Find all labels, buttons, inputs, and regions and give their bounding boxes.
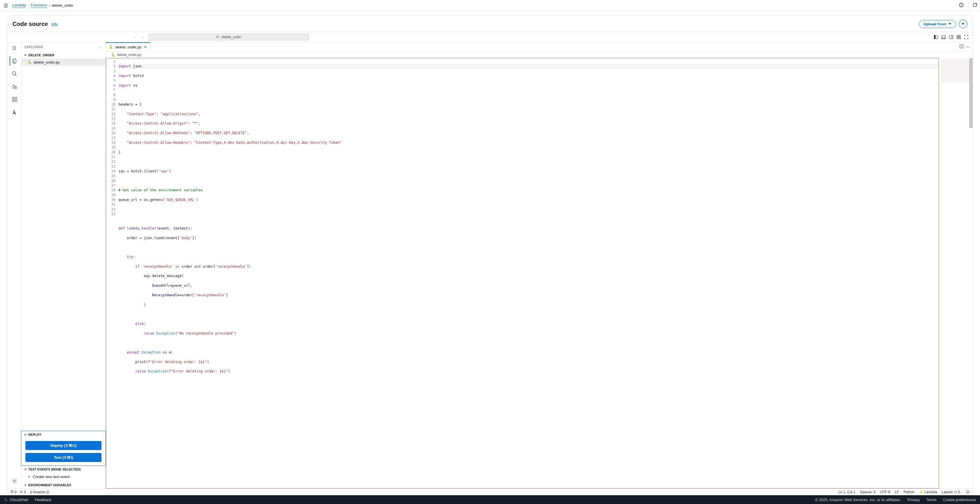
- svg-rect-15: [957, 37, 958, 39]
- deploy-button[interactable]: Deploy (⇧⌘U): [25, 441, 102, 450]
- python-file-icon: 🐍: [109, 45, 113, 49]
- svg-rect-21: [12, 97, 14, 99]
- explorer-title: EXPLORER: [25, 45, 43, 49]
- svg-rect-9: [942, 35, 945, 39]
- svg-marker-3: [948, 23, 951, 25]
- status-layout[interactable]: Layout: U.S.: [942, 490, 961, 494]
- feedback-link[interactable]: Feedback: [35, 498, 51, 502]
- breadcrumb-lambda[interactable]: Lambda: [12, 3, 26, 8]
- notifications-bell-icon[interactable]: [966, 490, 970, 494]
- layout-customize-icon[interactable]: [956, 35, 961, 40]
- svg-point-25: [14, 480, 15, 482]
- svg-rect-24: [15, 97, 17, 99]
- svg-rect-14: [959, 35, 961, 37]
- run-debug-icon[interactable]: [10, 82, 19, 91]
- svg-point-2: [961, 4, 962, 5]
- status-spaces[interactable]: Spaces: 4: [860, 490, 875, 494]
- layout-panel-bottom-icon[interactable]: [941, 35, 946, 40]
- editor-toolbar: ← → delete_order: [7, 32, 973, 42]
- deploy-section: DEPLOY Deploy (⇧⌘U) Test (⇧⌘I): [21, 431, 106, 466]
- svg-point-20: [14, 87, 17, 89]
- status-cursor[interactable]: Ln 1, Col 1: [838, 490, 855, 494]
- problems-indicator[interactable]: 0 0: [10, 490, 26, 494]
- cookie-prefs-link[interactable]: Cookie preferences: [943, 498, 976, 502]
- close-tab-icon[interactable]: ✕: [144, 45, 147, 49]
- breadcrumb: Lambda › Functions › delete_order: [12, 3, 73, 8]
- svg-point-17: [12, 72, 16, 75]
- amazon-q-status[interactable]: ‖ Amazon Q: [30, 490, 49, 494]
- more-actions-icon[interactable]: ⋯: [966, 45, 970, 49]
- lambda-icon[interactable]: [10, 108, 19, 117]
- activity-menu[interactable]: [10, 45, 19, 52]
- editor-status-bar: 0 0 ‖ Amazon Q Ln 1, Col 1 Spaces: 4 UTF…: [7, 488, 973, 495]
- command-center[interactable]: delete_order: [148, 33, 309, 41]
- info-icon[interactable]: [959, 2, 964, 8]
- status-encoding[interactable]: UTF-8: [880, 490, 890, 494]
- extensions-icon[interactable]: [10, 95, 19, 104]
- cloudshell-button[interactable]: CloudShell: [4, 498, 28, 502]
- explorer-icon[interactable]: [10, 56, 19, 66]
- split-editor-icon[interactable]: [959, 45, 964, 49]
- svg-marker-31: [20, 490, 23, 493]
- status-lambda[interactable]: ⚡ Lambda: [919, 490, 937, 494]
- svg-rect-13: [957, 35, 958, 37]
- upload-from-button[interactable]: Upload from: [919, 20, 956, 28]
- deploy-section-head[interactable]: DEPLOY: [21, 431, 106, 438]
- panel-header: Code source Info Upload from: [7, 16, 973, 32]
- project-root[interactable]: DELETE_ORDER: [21, 52, 106, 59]
- file-item[interactable]: 🐍 delete_order.py: [21, 59, 106, 66]
- layout-sidebar-left-icon[interactable]: [934, 35, 938, 40]
- copyright: © 2025, Amazon Web Services, Inc. or its…: [815, 498, 901, 502]
- nav-back[interactable]: ←: [132, 34, 138, 41]
- aws-top-bar: Lambda › Functions › delete_order: [0, 0, 980, 11]
- side-panel: EXPLORER ⋯ DELETE_ORDER 🐍 delete_order.p…: [21, 42, 106, 488]
- explorer-more-icon[interactable]: ⋯: [99, 45, 102, 49]
- nav-forward[interactable]: →: [139, 34, 146, 41]
- svg-rect-11: [950, 35, 953, 39]
- python-file-icon: 🐍: [111, 53, 115, 57]
- svg-rect-22: [12, 100, 14, 102]
- layout-sidebar-right-icon[interactable]: [949, 35, 953, 40]
- status-lang[interactable]: Python: [904, 490, 915, 494]
- test-button[interactable]: Test (⇧⌘I): [25, 453, 102, 462]
- python-file-icon: 🐍: [28, 60, 32, 64]
- svg-rect-8: [934, 35, 935, 39]
- panel-title: Code source: [13, 21, 48, 27]
- minimap[interactable]: [940, 58, 973, 488]
- panel-actions-button[interactable]: [959, 19, 967, 28]
- editor-breadcrumb[interactable]: 🐍 delete_order.py: [106, 52, 973, 58]
- settings-gear-icon[interactable]: [10, 476, 19, 486]
- svg-marker-19: [13, 84, 16, 88]
- svg-rect-16: [959, 37, 961, 39]
- svg-marker-4: [962, 23, 964, 25]
- layout-fullscreen-icon[interactable]: [964, 35, 969, 40]
- line-gutter: 1234567891011121314151617181920212223242…: [106, 58, 118, 488]
- search-icon[interactable]: [10, 69, 19, 78]
- editor-tab[interactable]: 🐍 delete_order.py ✕: [106, 42, 150, 51]
- info-link[interactable]: Info: [51, 22, 58, 26]
- test-events-section[interactable]: TEST EVENTS [NONE SELECTED]: [21, 466, 106, 473]
- breadcrumb-functions[interactable]: Functions: [30, 3, 47, 8]
- terms-link[interactable]: Terms: [926, 498, 937, 502]
- refresh-icon[interactable]: [972, 2, 978, 8]
- svg-rect-10: [942, 38, 945, 39]
- status-eol[interactable]: LF: [895, 490, 899, 494]
- menu-toggle[interactable]: [2, 2, 10, 9]
- vertical-scrollbar[interactable]: [969, 58, 973, 128]
- create-test-event[interactable]: ＋ Create new test event: [21, 473, 106, 482]
- editor-area: 🐍 delete_order.py ✕ ⋯ 🐍 delete_order.py: [106, 42, 973, 488]
- breadcrumb-current: delete_order: [52, 3, 73, 8]
- env-vars-section[interactable]: ENVIRONMENT VARIABLES: [21, 482, 106, 488]
- activity-bar: [7, 42, 21, 488]
- code-editor[interactable]: 1234567891011121314151617181920212223242…: [106, 58, 939, 488]
- code-content[interactable]: import json import boto3 import os heade…: [118, 58, 939, 488]
- plus-icon: ＋: [27, 474, 31, 479]
- svg-line-6: [218, 38, 220, 38]
- breadcrumb-sep: ›: [49, 3, 50, 8]
- svg-rect-23: [15, 100, 17, 102]
- svg-point-5: [217, 36, 219, 38]
- privacy-link[interactable]: Privacy: [907, 498, 920, 502]
- svg-line-18: [15, 75, 16, 76]
- aws-footer: CloudShell Feedback © 2025, Amazon Web S…: [0, 495, 980, 504]
- breadcrumb-sep: ›: [28, 3, 29, 8]
